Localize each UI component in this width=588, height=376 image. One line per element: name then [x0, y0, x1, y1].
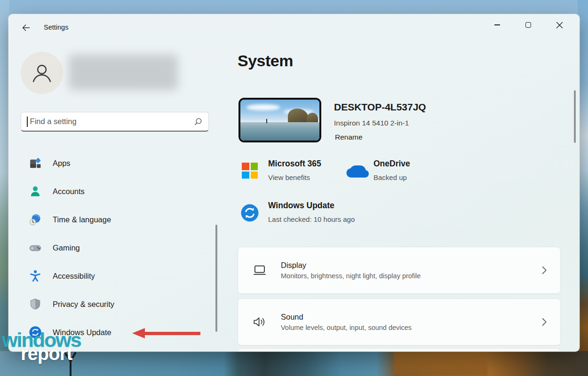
search-icon — [193, 117, 203, 126]
search-box[interactable] — [21, 112, 209, 132]
ms-square-blue — [242, 172, 249, 179]
sidebar-item-label: Time & language — [53, 215, 111, 224]
sidebar-item-label: Apps — [53, 159, 71, 168]
sidebar-item-label: Accessibility — [53, 272, 95, 281]
sidebar-item-gaming[interactable]: Gaming — [19, 236, 212, 259]
display-card-text: Display Monitors, brightness, night ligh… — [281, 261, 542, 280]
shield-icon — [29, 298, 41, 310]
display-card[interactable]: Display Monitors, brightness, night ligh… — [238, 247, 561, 294]
sidebar-item-accessibility[interactable]: Accessibility — [19, 264, 212, 288]
close-button[interactable] — [544, 17, 575, 33]
thumb-sea — [240, 122, 319, 141]
maximize-button[interactable] — [513, 17, 544, 33]
time-language-icon — [29, 213, 41, 226]
person-icon — [30, 61, 54, 85]
sound-card-title: Sound — [281, 313, 542, 321]
sidebar-item-label: Gaming — [53, 243, 80, 252]
sound-icon — [252, 314, 267, 329]
ms-square-red — [242, 163, 249, 170]
rename-link[interactable]: Rename — [335, 133, 363, 141]
onedrive-title: OneDrive — [373, 159, 410, 169]
gaming-icon — [29, 242, 41, 254]
sidebar-item-time-language[interactable]: Time & language — [19, 208, 212, 231]
watermark-report: report — [21, 346, 81, 361]
windows-update-title: Windows Update — [268, 201, 334, 211]
window-controls — [482, 17, 575, 33]
sidebar-item-label: Accounts — [53, 187, 85, 196]
microsoft-365-icon — [242, 163, 258, 179]
view-benefits-link[interactable]: View benefits — [268, 173, 310, 181]
page-title: System — [238, 52, 293, 70]
chevron-right-icon — [542, 266, 547, 274]
windows-update-last-checked: Last checked: 10 hours ago — [268, 215, 355, 223]
annotation-arrow — [132, 328, 200, 338]
wallpaper-rock — [394, 351, 488, 376]
back-arrow-icon — [21, 23, 31, 32]
wallpaper-left-strip — [0, 0, 9, 376]
close-icon — [556, 22, 563, 29]
back-button[interactable] — [19, 21, 33, 35]
sidebar-item-apps[interactable]: Apps — [19, 151, 212, 175]
ms-square-green — [251, 163, 258, 170]
onedrive-icon — [346, 164, 369, 179]
windows-update-status-icon — [241, 204, 259, 222]
main-scrollbar[interactable] — [574, 90, 576, 143]
device-model: Inspiron 14 5410 2-in-1 — [334, 119, 409, 127]
microsoft-365-title: Microsoft 365 — [268, 159, 321, 169]
settings-window: Settings Apps — [8, 14, 580, 352]
sound-card-subtitle: Volume levels, output, input, sound devi… — [281, 324, 542, 331]
sidebar-item-accounts[interactable]: Accounts — [19, 180, 212, 203]
watermark: windows report — [2, 332, 81, 361]
wallpaper-bottom-strip — [0, 351, 588, 376]
device-name: DESKTOP-4L537JQ — [334, 102, 426, 113]
apps-icon — [29, 157, 41, 169]
window-title: Settings — [44, 24, 68, 31]
sound-card-text: Sound Volume levels, output, input, soun… — [281, 313, 542, 331]
accounts-icon — [29, 185, 41, 197]
thumb-cloud — [246, 104, 280, 110]
display-card-subtitle: Monitors, brightness, night light, displ… — [281, 272, 542, 280]
minimize-icon — [494, 24, 500, 25]
avatar[interactable] — [21, 52, 63, 94]
accessibility-icon — [29, 270, 41, 282]
sidebar-item-label: Privacy & security — [53, 300, 114, 309]
chevron-right-icon — [542, 318, 547, 326]
text-cursor — [27, 117, 28, 127]
next-card-partial[interactable] — [238, 348, 561, 352]
sidebar-scrollbar[interactable] — [215, 225, 217, 332]
onedrive-status: Backed up — [373, 173, 407, 181]
sound-card[interactable]: Sound Volume levels, output, input, soun… — [238, 298, 561, 345]
device-thumbnail — [238, 98, 321, 142]
display-icon — [252, 263, 267, 278]
arrow-shaft — [143, 332, 200, 335]
sidebar-item-privacy-security[interactable]: Privacy & security — [19, 292, 212, 316]
display-card-title: Display — [281, 261, 542, 270]
user-name-blurred — [69, 55, 178, 90]
search-input[interactable] — [30, 117, 193, 126]
ms-square-yellow — [251, 172, 258, 179]
minimize-button[interactable] — [482, 17, 513, 33]
thumb-person — [266, 119, 267, 123]
maximize-icon — [525, 22, 531, 28]
